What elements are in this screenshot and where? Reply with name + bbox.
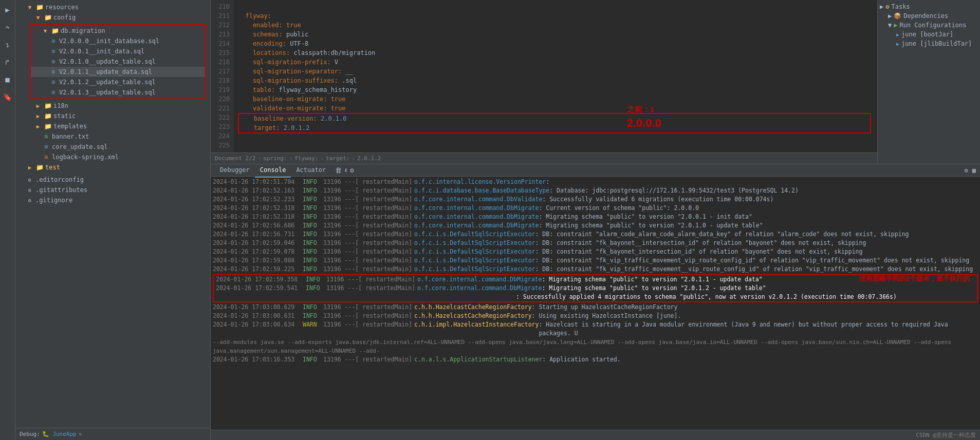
tree-item-static[interactable]: ▶ 📁 static [15,111,210,121]
code-line-215: locations: classpath:db/migration [238,48,873,58]
run-configs-label: Run Configurations [899,22,966,29]
tree-item-logback[interactable]: 🗎 logback-spring.xml [15,152,210,162]
log-line-13: 2024-01-26 17:02:59.541 INFO 13196 --- [… [214,284,977,293]
code-content[interactable]: flyway: enabled: true schemas: public en… [234,0,877,152]
tasks-icon: ⚙ [885,3,889,10]
dependencies-icon: 📦 [894,12,901,20]
debug-toolbar-clear-icon[interactable]: 🗑 [335,166,342,174]
folder-closed-icon-i18n: ▶ [34,102,42,110]
code-line-222: baseline-version: 2.0.1.0 [239,114,870,123]
tree-label-templates: templates [53,123,87,130]
folder-icon-static: 📁 [44,112,52,120]
tree-item-resources[interactable]: ▼ 📁 resources [15,2,210,12]
folder-open-icon: ▼ [26,3,34,11]
log-line-1: 2024-01-26 17:02:51.704 INFO 13196 --- [… [211,178,980,186]
tree-item-v2010[interactable]: 🗎 V2.0.1.0__update_table.sql [31,56,205,67]
tree-label-v2013: V2.0.1.3__update_table.sql [59,89,156,96]
sql-file-icon-v2013: 🗎 [49,88,58,97]
tree-item-i18n[interactable]: ▶ 📁 i18n [15,101,210,111]
tasks-expand-icon[interactable]: ▶ [880,3,883,10]
dependencies-label: Dependencies [903,12,948,20]
code-line-214: encoding: UTF-8 [238,39,873,48]
code-line-221: validate-on-migrate: true [238,104,873,113]
tree-item-gitignore[interactable]: ⚙ .gitignore [15,195,210,205]
log-line-2: 2024-01-26 17:02:52.163 INFO 13196 --- [… [211,186,980,195]
code-line-219: table: flyway_schema_history [238,85,873,94]
tree-label-v2011: V2.0.1.1__update_data.sql [59,68,152,75]
log-line-9: 2024-01-26 17:02:59.078 INFO 13196 --- [… [211,247,980,256]
tree-item-config[interactable]: ▼ 📁 config [15,12,210,23]
tree-item-v2000[interactable]: 🗎 V2.0.0.0__init_database.sql [31,36,205,46]
run-configs-expand-icon[interactable]: ▼ [888,22,892,29]
code-line-216: sql-migration-prefix: V [238,58,873,67]
watermark-text: CSDN @坚持是一种态度 [916,431,976,439]
tab-actuator[interactable]: Actuator [291,164,331,178]
debug-app-tab[interactable]: 🐛 JuneApp [42,431,77,437]
breadcrumb-flyway: flyway: [294,155,318,162]
git-file-icon-ignore: ⚙ [26,196,34,204]
run-configs-icon: ▶ [894,22,897,29]
tree-label-logback: logback-spring.xml [52,154,119,161]
sql-file-icon-core: 🗎 [42,143,50,151]
tree-label-banner: banner.txt [52,133,89,140]
tree-item-v2013[interactable]: 🗎 V2.0.1.3__update_table.sql [31,87,205,98]
code-line-210 [238,2,873,11]
right-panel: ▶ ⚙ Tasks ▶ 📦 Dependencies ▼ ▶ Run Confi… [877,0,980,164]
step-into-icon[interactable]: ↴ [2,39,13,50]
tree-item-gitattributes[interactable]: ⚙ .gitattributes [15,185,210,195]
debug-toolbar-scroll-icon[interactable]: ⬇ [344,166,348,174]
breadcrumb-target: target: [326,155,349,162]
sql-file-icon-v2001: 🗎 [49,47,58,55]
code-line-212: enabled: true [238,21,873,30]
step-over-icon[interactable]: ↷ [2,22,13,33]
tree-label-v2010: V2.0.1.0__update_table.sql [59,58,156,65]
sql-file-icon-v2010: 🗎 [49,58,58,66]
log-line-17-cont: --add-modules java.se --add-exports java… [211,338,980,355]
dependencies-expand-icon[interactable]: ▶ [888,12,892,20]
log-line-16: 2024-01-26 17:03:00.634 WARN 13196 --- [… [211,320,980,338]
debug-toolbar-filter-icon[interactable]: ⚙ [350,166,354,174]
play-icon[interactable]: ▶ [2,4,13,15]
sql-file-icon-v2011: 🗎 [49,68,58,76]
tree-item-v2001[interactable]: 🗎 V2.0.0.1__init_data.sql [31,46,205,56]
tree-item-banner[interactable]: 🗎 banner.txt [15,131,210,142]
tree-label-db-migration: db.migration [61,27,105,34]
tab-debugger[interactable]: Debugger [215,164,255,178]
close-debug-tab-icon[interactable]: ✕ [79,431,82,437]
bookmark-icon[interactable]: 🔖 [2,91,13,103]
gear-icon-area: ⚙ ▦ [965,167,976,174]
tree-item-test[interactable]: ▶ 📁 test [15,162,210,173]
top-section: 210 211 212 213 214 215 216 217 218 219 … [211,0,980,164]
code-line-220: baseline-on-migrate: true [238,94,873,104]
center-right-panel: 210 211 212 213 214 215 216 217 218 219 … [211,0,980,440]
tree-label-test: test [45,164,60,171]
folder-icon-config: 📁 [44,13,52,22]
run-config-bootjar-label[interactable]: june [bootJar] [901,31,953,38]
tree-item-templates[interactable]: ▶ 📁 templates [15,121,210,131]
step-out-icon[interactable]: ↱ [2,56,13,68]
debug-log-content[interactable]: 2024-01-26 17:02:51.704 INFO 13196 --- [… [211,177,980,430]
tasks-label: Tasks [891,3,910,10]
tree-label-v2012: V2.0.1.2__update_table.sql [59,79,156,86]
tree-area: ▼ 📁 resources ▼ 📁 config ▼ 📁 db.migratio… [15,0,210,428]
left-icon-sidebar: ▶ ↷ ↴ ↱ ■ 🔖 [0,0,15,440]
settings-icon[interactable]: ⚙ [965,167,968,174]
tree-item-editorconfig[interactable]: ⚙ .editorconfig [15,175,210,185]
tab-console[interactable]: Console [255,164,291,178]
breadcrumb-doc: Document 2/2 [215,155,255,162]
tree-label-config: config [53,14,76,21]
stop-icon[interactable]: ■ [2,74,13,85]
tree-label-v2001: V2.0.0.1__init_data.sql [59,48,144,55]
log-line-18: 2024-01-26 17:03:16.353 INFO 13196 --- [… [211,355,980,364]
tree-label-gitattributes: .gitattributes [35,186,87,194]
config-file-icon-editor: ⚙ [26,176,34,184]
code-line-218: sql-migration-suffixes: .sql [238,76,873,85]
tree-item-v2011[interactable]: 🗎 V2.0.1.1__update_data.sql [31,67,205,77]
code-line-223: target: 2.0.1.2 [239,123,870,132]
run-config-buildtar-label[interactable]: june [jlibBuildTar] [901,40,972,47]
tree-item-core-update[interactable]: 🗎 core_update.sql [15,142,210,152]
layout-icon[interactable]: ▦ [972,167,976,174]
tree-item-v2012[interactable]: 🗎 V2.0.1.2__update_table.sql [31,77,205,87]
log-line-7: 2024-01-26 17:02:56.731 INFO 13196 --- [… [211,230,980,239]
tree-item-db-migration[interactable]: ▼ 📁 db.migration [31,26,205,36]
